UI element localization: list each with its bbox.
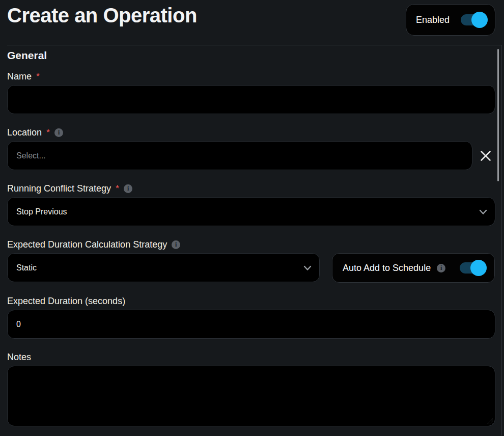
duration-strategy-select[interactable]: Static <box>7 253 320 282</box>
required-asterisk: * <box>46 127 50 138</box>
field-name: Name * <box>7 70 495 114</box>
info-icon[interactable]: i <box>172 240 180 249</box>
name-label-row: Name * <box>7 70 495 83</box>
selected-option: Static <box>16 263 37 272</box>
duration-strategy-row: Static Auto Add to Schedule i <box>7 253 495 283</box>
name-input[interactable] <box>7 85 495 114</box>
toggle-knob <box>471 12 488 28</box>
notes-textarea[interactable] <box>7 366 495 426</box>
required-asterisk: * <box>36 71 40 82</box>
vertical-scrollbar-thumb[interactable] <box>497 49 499 181</box>
info-icon[interactable]: i <box>124 184 132 193</box>
notes-wrap <box>7 366 495 426</box>
field-running-conflict-strategy: Running Conflict Strategy * i Stop Previ… <box>7 182 495 226</box>
info-icon[interactable]: i <box>437 264 445 272</box>
location-select-input[interactable] <box>7 141 472 170</box>
auto-add-card: Auto Add to Schedule i <box>332 253 495 283</box>
duration-strategy-label-row: Expected Duration Calculation Strategy i <box>7 238 495 251</box>
running-conflict-strategy-label-row: Running Conflict Strategy * i <box>7 182 495 195</box>
info-icon[interactable]: i <box>54 128 63 137</box>
resize-grip-icon[interactable] <box>486 417 494 425</box>
auto-add-label: Auto Add to Schedule <box>343 263 431 274</box>
expected-duration-label-row: Expected Duration (seconds) <box>7 295 495 307</box>
auto-add-toggle[interactable] <box>460 260 487 276</box>
page-title: Create an Operation <box>7 4 197 27</box>
clear-location-button[interactable] <box>476 146 495 166</box>
required-asterisk: * <box>116 183 119 194</box>
field-duration-strategy: Expected Duration Calculation Strategy i… <box>7 238 495 283</box>
chevron-down-icon <box>302 263 313 273</box>
expected-duration-input[interactable] <box>7 310 495 339</box>
enabled-toggle[interactable] <box>461 12 488 28</box>
notes-label-row: Notes <box>7 351 495 363</box>
chevron-down-icon <box>478 207 488 217</box>
page-header: Create an Operation Enabled <box>0 0 504 45</box>
selected-option: Stop Previous <box>16 207 67 216</box>
running-conflict-strategy-label: Running Conflict Strategy <box>7 183 111 194</box>
field-notes: Notes <box>7 351 495 426</box>
clear-x-icon <box>478 148 493 164</box>
location-label-row: Location * i <box>7 126 495 139</box>
location-row <box>7 141 495 170</box>
section-heading-general: General <box>7 49 495 62</box>
toggle-knob <box>470 260 487 276</box>
expected-duration-label: Expected Duration (seconds) <box>7 296 125 307</box>
form-panel: General Name * Location * i Running <box>7 45 502 435</box>
duration-strategy-label: Expected Duration Calculation Strategy <box>7 239 167 250</box>
enabled-card: Enabled <box>406 4 495 36</box>
notes-label: Notes <box>7 352 31 363</box>
running-conflict-strategy-select[interactable]: Stop Previous <box>7 197 495 226</box>
enabled-label: Enabled <box>416 15 450 25</box>
field-location: Location * i <box>7 126 495 170</box>
field-expected-duration: Expected Duration (seconds) <box>7 295 495 339</box>
name-label: Name <box>7 71 32 82</box>
location-label: Location <box>7 127 42 138</box>
